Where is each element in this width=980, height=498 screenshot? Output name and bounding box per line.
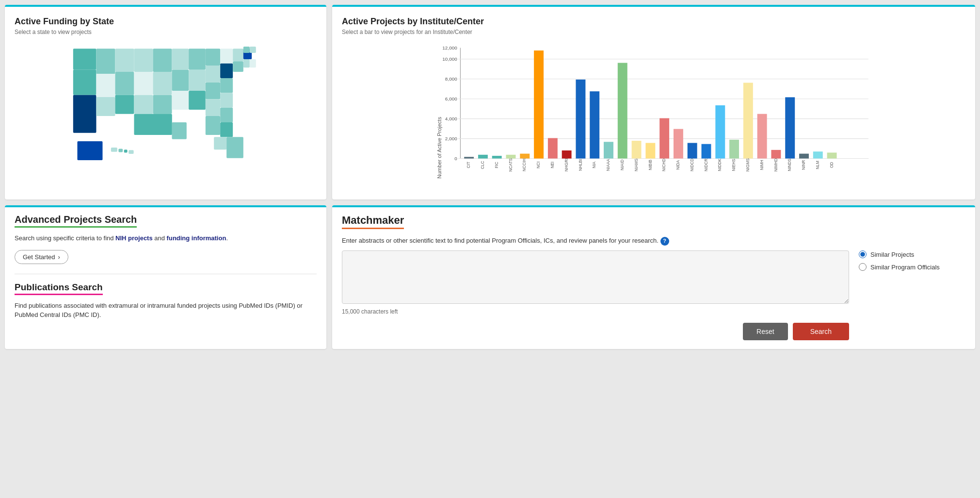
bar-OD[interactable] <box>827 152 837 158</box>
bar-NIAMS[interactable] <box>632 141 642 159</box>
matchmaker-footer: Reset Search <box>342 323 849 340</box>
state-ms[interactable] <box>206 116 220 135</box>
help-icon[interactable]: ? <box>660 237 669 246</box>
matchmaker-desc-text: Enter abstracts or other scientific text… <box>342 237 659 244</box>
state-nc[interactable] <box>220 93 233 107</box>
state-hi4[interactable] <box>129 150 133 154</box>
get-started-button[interactable]: Get Started › <box>15 250 68 264</box>
state-mo[interactable] <box>172 91 189 110</box>
state-ia[interactable] <box>172 70 189 91</box>
bar-NIDCR[interactable] <box>702 144 711 159</box>
matchmaker-left: Enter abstracts or other scientific text… <box>342 236 849 340</box>
state-ar[interactable] <box>189 91 206 110</box>
svg-text:NIMHD: NIMHD <box>773 158 778 171</box>
state-ct[interactable] <box>243 59 250 67</box>
us-map-svg[interactable] <box>15 40 317 166</box>
state-hi3[interactable] <box>124 149 128 152</box>
state-oh[interactable] <box>220 49 233 63</box>
adv-card-top-bar <box>5 205 326 207</box>
state-nm[interactable] <box>115 95 134 114</box>
bar-chart-svg[interactable]: Number of Active Projects 0 2,000 4,000 … <box>342 40 965 191</box>
bar-NCCIH[interactable] <box>520 154 530 159</box>
matchmaker-textarea[interactable] <box>342 250 849 304</box>
state-al[interactable] <box>214 137 226 149</box>
svg-text:8,000: 8,000 <box>445 76 457 82</box>
bar-NIAAA[interactable] <box>604 142 613 158</box>
chart-card-subtitle: Select a bar to view projects for an Ins… <box>342 29 965 35</box>
state-ak[interactable] <box>78 141 103 160</box>
state-ne[interactable] <box>153 114 172 135</box>
bar-NIMH[interactable] <box>757 114 767 159</box>
svg-text:NIBIB: NIBIB <box>648 160 653 170</box>
state-fl[interactable] <box>226 137 243 158</box>
state-il[interactable] <box>189 70 206 91</box>
state-tn[interactable] <box>206 99 220 116</box>
radio-similar-projects-label: Similar Projects <box>870 251 914 258</box>
state-wi[interactable] <box>189 49 206 69</box>
state-ri[interactable] <box>250 59 256 67</box>
radio-similar-officials-input[interactable] <box>859 263 867 271</box>
state-pa[interactable] <box>233 49 243 61</box>
map-container[interactable] <box>15 40 317 166</box>
map-card: Active Funding by State Select a state t… <box>5 5 326 199</box>
state-wv[interactable] <box>220 64 233 78</box>
bar-NHGRI[interactable] <box>562 150 572 159</box>
bar-FIC[interactable] <box>492 156 502 159</box>
bar-NIGMS[interactable] <box>743 83 753 158</box>
bar-NINR[interactable] <box>799 154 809 159</box>
bar-NIMHD[interactable] <box>771 150 781 159</box>
state-in[interactable] <box>206 66 220 83</box>
state-nd[interactable] <box>153 49 172 72</box>
svg-text:2,000: 2,000 <box>445 136 457 141</box>
state-co[interactable] <box>134 72 153 95</box>
state-hi2[interactable] <box>118 149 123 152</box>
state-ok[interactable] <box>134 95 153 114</box>
adv-desc-part1: Search using specific criteria to find <box>15 234 115 242</box>
bar-NIAID[interactable] <box>618 63 627 159</box>
svg-text:6,000: 6,000 <box>445 96 457 101</box>
state-ky[interactable] <box>206 83 220 100</box>
state-vt[interactable] <box>243 47 250 53</box>
state-wy[interactable] <box>134 49 153 72</box>
bar-CIT[interactable] <box>464 157 474 158</box>
bar-NIA[interactable] <box>590 91 599 158</box>
bar-NIEHS[interactable] <box>729 140 739 159</box>
state-sd[interactable] <box>153 72 172 95</box>
state-mi[interactable] <box>206 49 220 66</box>
state-az[interactable] <box>96 97 115 116</box>
state-ut[interactable] <box>115 72 134 95</box>
state-la[interactable] <box>172 122 187 139</box>
state-ks[interactable] <box>153 95 172 114</box>
state-nv[interactable] <box>96 74 115 97</box>
bar-NHLBI[interactable] <box>576 80 585 159</box>
bar-NIDDK[interactable] <box>715 105 725 159</box>
search-button[interactable]: Search <box>793 323 849 340</box>
state-sc[interactable] <box>220 108 233 122</box>
state-va[interactable] <box>220 78 233 93</box>
bar-NINDS[interactable] <box>785 97 795 158</box>
radio-similar-officials[interactable]: Similar Program Officials <box>859 263 965 271</box>
state-or[interactable] <box>73 70 96 95</box>
bar-NLM[interactable] <box>813 151 823 158</box>
svg-text:OD: OD <box>829 162 834 168</box>
bar-NEI[interactable] <box>548 138 558 159</box>
state-id[interactable] <box>96 49 115 74</box>
bar-NICHD[interactable] <box>659 118 669 159</box>
bar-NIDA[interactable] <box>674 129 683 159</box>
bar-NIBIB[interactable] <box>645 143 655 158</box>
state-ga[interactable] <box>220 122 233 137</box>
state-md[interactable] <box>233 61 243 72</box>
state-ca[interactable] <box>73 95 96 133</box>
state-mn[interactable] <box>172 49 189 69</box>
radio-similar-projects[interactable]: Similar Projects <box>859 250 965 258</box>
state-me[interactable] <box>250 47 256 53</box>
bar-CLC[interactable] <box>478 155 488 159</box>
bar-NCI[interactable] <box>534 50 544 159</box>
state-hi[interactable] <box>111 148 117 152</box>
radio-similar-projects-input[interactable] <box>859 250 867 258</box>
chart-area: Number of Active Projects 0 2,000 4,000 … <box>342 40 965 191</box>
state-wa[interactable] <box>73 49 96 69</box>
state-mt[interactable] <box>115 49 134 72</box>
bar-NIDCD[interactable] <box>688 143 697 158</box>
reset-button[interactable]: Reset <box>743 323 788 340</box>
